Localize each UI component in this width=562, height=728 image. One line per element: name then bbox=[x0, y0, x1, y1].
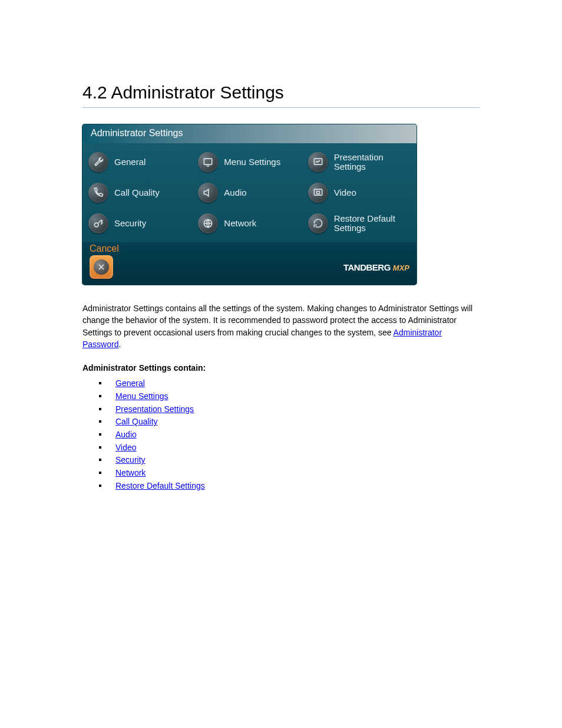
grid-item-menu-settings[interactable]: Menu Settings bbox=[197, 147, 304, 177]
link-audio[interactable]: Audio bbox=[115, 430, 137, 439]
grid-item-label: Security bbox=[114, 219, 146, 229]
list-item: Audio bbox=[99, 429, 480, 442]
monitor-icon bbox=[198, 152, 218, 172]
grid-item-label: Presentation Settings bbox=[334, 153, 413, 172]
grid-item-call-quality[interactable]: Call Quality bbox=[87, 177, 194, 208]
globe-icon bbox=[198, 213, 218, 233]
phone-icon bbox=[88, 183, 108, 203]
key-icon bbox=[88, 213, 108, 233]
link-video[interactable]: Video bbox=[115, 443, 137, 452]
svg-rect-3 bbox=[316, 192, 319, 194]
brand-main: TANDBERG bbox=[343, 262, 391, 272]
brand-sub: MXP bbox=[393, 263, 409, 272]
list-item: Restore Default Settings bbox=[99, 480, 480, 493]
list-item: Call Quality bbox=[99, 416, 480, 429]
link-restore-defaults[interactable]: Restore Default Settings bbox=[115, 481, 205, 490]
link-menu-settings[interactable]: Menu Settings bbox=[115, 391, 168, 401]
settings-grid: General Menu Settings Presentation Setti… bbox=[82, 143, 416, 242]
grid-item-label: Call Quality bbox=[114, 188, 160, 198]
grid-item-security[interactable]: Security bbox=[87, 208, 194, 239]
speaker-icon bbox=[198, 183, 218, 203]
list-item: Presentation Settings bbox=[99, 403, 480, 416]
link-call-quality[interactable]: Call Quality bbox=[115, 417, 158, 426]
svg-rect-2 bbox=[314, 189, 322, 195]
links-list: General Menu Settings Presentation Setti… bbox=[99, 377, 480, 492]
camera-icon bbox=[308, 183, 328, 203]
brand-logo: TANDBERG MXP bbox=[343, 262, 409, 272]
grid-item-label: Video bbox=[334, 188, 356, 198]
admin-settings-panel: Administrator Settings General Menu Sett… bbox=[82, 124, 416, 285]
intro-paragraph: Administrator Settings contains all the … bbox=[82, 302, 480, 350]
link-presentation-settings[interactable]: Presentation Settings bbox=[115, 404, 194, 414]
cancel-label: Cancel bbox=[90, 243, 409, 254]
grid-item-restore-defaults[interactable]: Restore Default Settings bbox=[307, 208, 414, 239]
grid-item-presentation-settings[interactable]: Presentation Settings bbox=[307, 147, 414, 177]
svg-rect-0 bbox=[204, 159, 212, 164]
grid-item-label: Audio bbox=[224, 188, 246, 198]
link-general[interactable]: General bbox=[115, 378, 145, 388]
chart-icon bbox=[308, 152, 328, 172]
panel-footer: Cancel TANDBERG MXP bbox=[82, 242, 416, 285]
list-item: Security bbox=[99, 454, 480, 467]
link-network[interactable]: Network bbox=[115, 468, 146, 477]
cancel-button[interactable] bbox=[90, 255, 113, 279]
svg-point-4 bbox=[94, 223, 98, 227]
panel-title: Administrator Settings bbox=[82, 124, 416, 143]
grid-item-label: Restore Default Settings bbox=[334, 214, 413, 233]
links-heading: Administrator Settings contain: bbox=[82, 363, 480, 373]
grid-item-video[interactable]: Video bbox=[307, 177, 414, 208]
heading-divider bbox=[82, 107, 480, 108]
grid-item-network[interactable]: Network bbox=[197, 208, 304, 239]
grid-item-general[interactable]: General bbox=[87, 147, 194, 177]
page-heading: 4.2 Administrator Settings bbox=[82, 83, 480, 103]
refresh-icon bbox=[308, 213, 328, 233]
list-item: Network bbox=[99, 467, 480, 480]
grid-item-label: Menu Settings bbox=[224, 157, 280, 167]
grid-item-label: Network bbox=[224, 219, 256, 229]
para-text-after: . bbox=[118, 340, 121, 349]
close-icon bbox=[94, 259, 109, 275]
list-item: Video bbox=[99, 442, 480, 454]
list-item: General bbox=[99, 377, 480, 390]
link-security[interactable]: Security bbox=[115, 455, 146, 465]
wrench-icon bbox=[88, 152, 108, 172]
grid-item-label: General bbox=[114, 157, 146, 167]
grid-item-audio[interactable]: Audio bbox=[197, 177, 304, 208]
list-item: Menu Settings bbox=[99, 390, 480, 403]
